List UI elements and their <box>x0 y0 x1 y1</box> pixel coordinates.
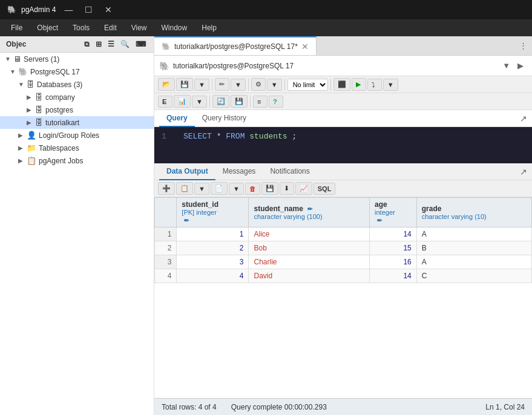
menu-tools[interactable]: Tools <box>67 21 96 34</box>
help-button[interactable]: ? <box>269 96 283 108</box>
tab-notifications[interactable]: Notifications <box>263 163 317 180</box>
refresh-button[interactable]: 🔄 <box>212 95 229 108</box>
cell-student-name-4[interactable]: David <box>249 269 370 283</box>
tab-more-btn[interactable]: ⋮ <box>514 41 532 50</box>
sidebar-label-servers: Servers (1) <box>24 55 59 64</box>
cell-grade-1[interactable]: A <box>416 227 531 241</box>
save-button[interactable]: 💾 <box>176 78 193 91</box>
tab-data-output[interactable]: Data Output <box>159 163 215 180</box>
col-header-grade[interactable]: grade character varying (10) <box>416 198 531 227</box>
tab-close-btn[interactable]: ✕ <box>301 42 309 51</box>
sidebar-item-servers[interactable]: ▼ 🖥 Servers (1) <box>0 53 154 65</box>
paste-button[interactable]: 📄 <box>211 182 228 195</box>
edit-dropdown-button[interactable]: ▼ <box>231 79 246 91</box>
cell-age-1[interactable]: 14 <box>370 227 417 241</box>
sidebar-label-tutorialkart: tutorialkart <box>45 119 79 127</box>
filter-dropdown-button[interactable]: ▼ <box>267 79 282 91</box>
explain-dropdown-button[interactable]: ▼ <box>383 79 398 91</box>
main-tab[interactable]: 🐘 tutorialkart/postgres@PostgreSQL 17* ✕ <box>154 36 317 55</box>
add-row-button[interactable]: ➕ <box>158 182 175 195</box>
edit-col-age[interactable]: ✏ <box>377 217 382 224</box>
connection-expand-btn[interactable]: ▶ <box>514 61 527 70</box>
col-header-student-name[interactable]: student_name ✏ character varying (100) <box>249 198 370 227</box>
connection-dropdown-btn[interactable]: ▼ <box>502 61 510 70</box>
output-expand-btn[interactable]: ↗ <box>520 167 527 177</box>
cell-student-name-3[interactable]: Charlie <box>249 255 370 269</box>
save-data-button[interactable]: 💾 <box>231 95 248 108</box>
cell-grade-2[interactable]: B <box>416 241 531 255</box>
data-toolbar: ➕ 📋 ▼ 📄 ▼ 🗑 💾 ⬇ 📈 SQL <box>154 180 532 197</box>
sidebar-item-company[interactable]: ▶ 🗄 company <box>0 91 154 103</box>
limit-select[interactable]: No limit 100 500 <box>287 79 328 91</box>
sidebar-btn-search[interactable]: 🔍 <box>119 40 131 48</box>
sidebar-item-databases[interactable]: ▼ 🗄 Databases (3) <box>0 78 154 91</box>
sidebar-item-tutorialkart[interactable]: ▶ 🗄 tutorialkart <box>0 116 154 129</box>
cell-grade-3[interactable]: A <box>416 255 531 269</box>
download-button[interactable]: ⬇ <box>280 182 294 195</box>
col-header-student-id[interactable]: student_id [PK] integer ✏ <box>177 198 249 227</box>
cell-age-3[interactable]: 16 <box>370 255 417 269</box>
sidebar-item-postgres[interactable]: ▶ 🗄 postgres <box>0 103 154 116</box>
sidebar-label-tablespaces: Tablespaces <box>39 144 79 152</box>
save-dropdown-button[interactable]: ▼ <box>194 79 209 91</box>
cell-age-4[interactable]: 14 <box>370 269 417 283</box>
menu-file[interactable]: File <box>5 21 28 34</box>
sql-display-button[interactable]: SQL <box>314 183 336 195</box>
sql-code[interactable]: SELECT * FROM students ; <box>183 132 525 158</box>
sidebar-btn-terminal[interactable]: ⌨ <box>134 40 148 48</box>
menu-edit[interactable]: Edit <box>98 21 123 34</box>
menu-object[interactable]: Object <box>31 21 64 34</box>
sidebar-item-tablespaces[interactable]: ▶ 📁 Tablespaces <box>0 142 154 154</box>
sidebar-item-login-roles[interactable]: ▶ 👤 Login/Group Roles <box>0 129 154 142</box>
menu-help[interactable]: Help <box>195 21 223 34</box>
cell-student-id-2[interactable]: 2 <box>177 241 249 255</box>
arrow-servers: ▼ <box>5 56 13 62</box>
col-type-student-id: [PK] integer <box>182 209 243 216</box>
chart-dropdown-button[interactable]: ▼ <box>192 96 207 108</box>
copy-button[interactable]: 📋 <box>176 182 193 195</box>
edit-col-student-id[interactable]: ✏ <box>184 217 189 224</box>
edit-button[interactable]: ✏ <box>215 78 229 91</box>
table-row: 4 4 David 14 C <box>155 269 532 283</box>
tab-messages[interactable]: Messages <box>215 163 263 180</box>
delete-button[interactable]: 🗑 <box>245 183 260 195</box>
sidebar-btn-stack[interactable]: ⧉ <box>82 40 91 48</box>
maximize-button[interactable]: ☐ <box>81 4 96 16</box>
col-header-age[interactable]: age integer ✏ <box>370 198 417 227</box>
cell-student-name-2[interactable]: Bob <box>249 241 370 255</box>
minimize-button[interactable]: — <box>61 4 76 16</box>
cell-student-id-4[interactable]: 4 <box>177 269 249 283</box>
paste-dropdown-button[interactable]: ▼ <box>229 183 244 195</box>
menu-view[interactable]: View <box>125 21 153 34</box>
tab-query[interactable]: Query <box>159 110 195 127</box>
cell-student-id-3[interactable]: 3 <box>177 255 249 269</box>
sidebar-item-pgagent[interactable]: ▶ 📋 pgAgent Jobs <box>0 154 154 167</box>
graph-button[interactable]: 📈 <box>295 182 312 195</box>
copy-dropdown-button[interactable]: ▼ <box>194 183 209 195</box>
edit-col-student-name[interactable]: ✏ <box>307 206 312 212</box>
tab-query-history[interactable]: Query History <box>195 110 254 127</box>
cell-student-id-1[interactable]: 1 <box>177 227 249 241</box>
sidebar-item-postgresql[interactable]: ▼ 🐘 PostgreSQL 17 <box>0 65 154 78</box>
main-layout: Objec ⧉ ⊞ ☰ 🔍 ⌨ ▼ 🖥 Servers (1) ▼ 🐘 Post… <box>0 36 532 415</box>
stop-button[interactable]: ⬛ <box>333 78 350 91</box>
sidebar-btn-list[interactable]: ☰ <box>106 40 116 48</box>
close-button[interactable]: ✕ <box>101 4 116 16</box>
sidebar-label-postgresql: PostgreSQL 17 <box>30 68 80 76</box>
filter-button[interactable]: ⚙ <box>251 78 266 91</box>
sep1 <box>212 79 212 91</box>
edit2-button[interactable]: E <box>158 96 172 108</box>
format-button[interactable]: ≡ <box>253 96 268 108</box>
query-expand-btn[interactable]: ↗ <box>520 114 527 123</box>
cell-student-name-1[interactable]: Alice <box>249 227 370 241</box>
open-file-button[interactable]: 📂 <box>158 78 175 91</box>
chart-button[interactable]: 📊 <box>174 95 191 108</box>
run-button[interactable]: ▶ <box>352 78 366 91</box>
cell-grade-4[interactable]: C <box>416 269 531 283</box>
explain-button[interactable]: ⤵ <box>367 79 382 91</box>
sidebar-btn-grid[interactable]: ⊞ <box>94 40 103 48</box>
sql-editor[interactable]: 1 SELECT * FROM students ; <box>154 127 532 163</box>
cell-age-2[interactable]: 15 <box>370 241 417 255</box>
save-data2-button[interactable]: 💾 <box>261 182 278 195</box>
menu-window[interactable]: Window <box>156 21 194 34</box>
